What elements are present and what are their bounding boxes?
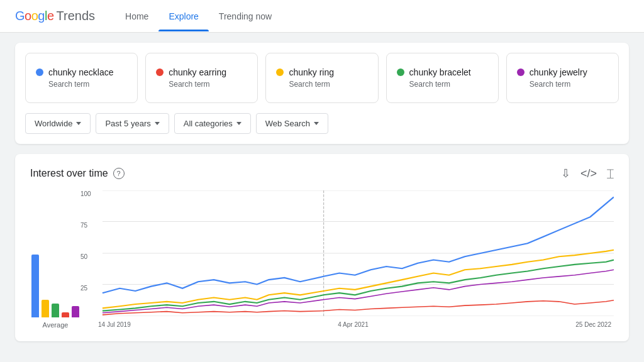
chevron-down-icon xyxy=(314,122,319,125)
x-axis-labels: 14 Jul 2019 4 Apr 2021 25 Dec 2022 xyxy=(80,321,614,328)
average-label: Average xyxy=(43,321,69,329)
x-label-2022: 25 Dec 2022 xyxy=(575,321,611,328)
search-terms-container: chunky necklace Search term chunky earri… xyxy=(15,43,629,144)
jewelry-subtitle: Search term xyxy=(530,80,608,89)
chart-title-group: Interest over time ? xyxy=(30,168,125,179)
x-label-2019: 14 Jul 2019 xyxy=(98,321,131,328)
header: Google Trends Home Explore Trending now xyxy=(0,0,644,33)
filter-worldwide[interactable]: Worldwide xyxy=(25,113,91,134)
bar-necklace xyxy=(31,255,39,317)
main-content: chunky necklace Search term chunky earri… xyxy=(0,33,644,351)
chevron-down-icon xyxy=(76,122,81,125)
search-cards-row: chunky necklace Search term chunky earri… xyxy=(25,53,619,103)
jewelry-title: chunky jewelry xyxy=(530,67,587,77)
earring-dot xyxy=(156,69,164,76)
ring-subtitle: Search term xyxy=(289,80,367,89)
necklace-title: chunky necklace xyxy=(48,67,114,77)
line-chart-wrap: 100 75 50 25 xyxy=(80,190,614,329)
necklace-dot xyxy=(36,69,43,76)
earring-title: chunky earring xyxy=(169,67,226,77)
bracelet-subtitle: Search term xyxy=(409,80,488,89)
nav-explore[interactable]: Explore xyxy=(158,1,208,31)
search-card-ring[interactable]: chunky ring Search term xyxy=(265,53,378,103)
help-icon[interactable]: ? xyxy=(113,168,125,179)
necklace-subtitle: Search term xyxy=(48,80,127,89)
filter-past5years[interactable]: Past 5 years xyxy=(96,113,169,134)
search-card-bracelet[interactable]: chunky bracelet Search term xyxy=(386,53,499,103)
bar-earring xyxy=(62,312,69,317)
share-icon[interactable]: ⌶ xyxy=(607,167,614,180)
filter-row: Worldwide Past 5 years All categories We… xyxy=(25,113,619,134)
filter-allcategories[interactable]: All categories xyxy=(174,113,251,134)
interest-over-time-chart: Interest over time ? ⇩ </> ⌶ Average xyxy=(15,154,629,341)
bar-bracelet xyxy=(52,304,59,317)
chevron-down-icon xyxy=(155,122,160,125)
chart-header: Interest over time ? ⇩ </> ⌶ xyxy=(30,167,614,180)
download-icon[interactable]: ⇩ xyxy=(561,167,570,180)
embed-code-icon[interactable]: </> xyxy=(580,167,597,180)
chart-area: Average 100 75 50 25 xyxy=(30,190,614,329)
search-card-earring[interactable]: chunky earring Search term xyxy=(145,53,258,103)
ring-dot xyxy=(276,69,284,76)
ring-title: chunky ring xyxy=(289,67,334,77)
earring-subtitle: Search term xyxy=(169,80,247,89)
line-chart-svg xyxy=(80,190,614,316)
nav-home[interactable]: Home xyxy=(115,1,158,31)
main-nav: Home Explore Trending now xyxy=(115,1,282,31)
bracelet-dot xyxy=(397,69,404,76)
x-label-2021: 4 Apr 2021 xyxy=(338,321,368,328)
bars xyxy=(26,217,84,317)
filter-websearch[interactable]: Web Search xyxy=(256,113,328,134)
trends-wordmark: Trends xyxy=(57,9,96,23)
chart-actions: ⇩ </> ⌶ xyxy=(561,167,614,180)
nav-trending[interactable]: Trending now xyxy=(209,1,282,31)
search-card-jewelry[interactable]: chunky jewelry Search term xyxy=(506,53,619,103)
logo: Google Trends xyxy=(15,9,95,23)
ring-line xyxy=(103,250,614,309)
bar-ring xyxy=(42,300,49,317)
bar-jewelry xyxy=(72,306,79,317)
bracelet-title: chunky bracelet xyxy=(409,67,471,77)
search-card-necklace[interactable]: chunky necklace Search term xyxy=(25,53,138,103)
google-wordmark: Google xyxy=(15,9,54,23)
chart-title: Interest over time xyxy=(30,168,108,179)
chevron-down-icon xyxy=(236,122,242,125)
jewelry-dot xyxy=(517,69,525,76)
average-bar-chart: Average xyxy=(30,190,80,329)
